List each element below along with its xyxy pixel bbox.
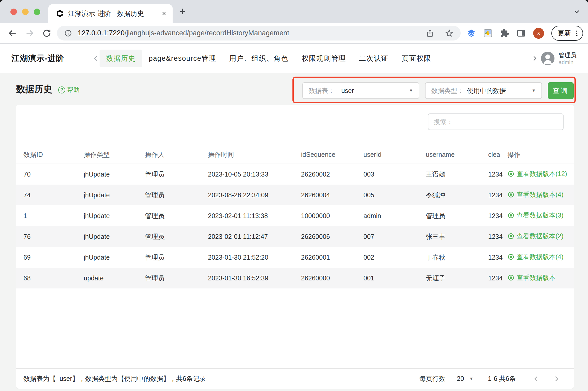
minimize-window-button[interactable]	[22, 9, 29, 15]
table-cell: 1234	[488, 254, 507, 261]
nav-item[interactable]: 页面权限	[395, 50, 438, 67]
table-cell: 王语嫣	[426, 170, 488, 179]
data-history-table: 数据ID操作类型操作人操作时间idSequenceuserIdusernamec…	[16, 145, 574, 288]
nav-slide-group: 数据历史page&resource管理用户、组织、角色权限规则管理二次认证页面权…	[92, 50, 538, 67]
maximize-window-button[interactable]	[34, 9, 40, 15]
view-data-version-link[interactable]: 查看数据版本(4)	[507, 190, 564, 199]
table-cell: 管理员	[145, 274, 208, 282]
tab-search-chevron-icon[interactable]	[573, 8, 581, 16]
extensions-puzzle-icon[interactable]	[500, 29, 509, 38]
view-data-version-label: 查看数据版本(3)	[517, 211, 564, 220]
view-data-version-link[interactable]: 查看数据版本	[507, 273, 556, 282]
forward-button[interactable]	[25, 29, 34, 38]
nav-item[interactable]: page&resource管理	[142, 50, 223, 67]
table-cell: 1234	[488, 191, 507, 199]
table-cell: 1234	[488, 233, 507, 240]
table-row: 68update管理员2023-01-30 16:52:392626000000…	[16, 268, 574, 288]
action-cell: 查看数据版本(4)	[507, 190, 574, 200]
column-header: 操作时间	[208, 150, 301, 159]
table-cell: 26260000	[301, 274, 363, 282]
kebab-menu-icon[interactable]	[573, 30, 580, 37]
previous-page-icon[interactable]	[532, 375, 540, 383]
action-cell: 查看数据版本(2)	[507, 232, 574, 241]
table-cell: 管理员	[145, 191, 208, 199]
user-avatar-icon	[541, 52, 554, 65]
table-cell: 002	[363, 254, 426, 261]
table-cell: 2023-01-30 21:52:20	[208, 254, 301, 261]
close-window-button[interactable]	[10, 9, 17, 15]
search-input[interactable]	[428, 113, 564, 130]
table-cell: 68	[23, 274, 84, 282]
table-header-row: 数据ID操作类型操作人操作时间idSequenceuserIdusernamec…	[16, 145, 574, 164]
table-cell: 1234	[488, 171, 507, 178]
tab-close-icon[interactable]	[161, 10, 167, 17]
view-data-version-link[interactable]: 查看数据版本(2)	[507, 232, 564, 240]
view-data-version-link[interactable]: 查看数据版本(4)	[507, 253, 564, 261]
query-button[interactable]: 查询	[548, 82, 574, 99]
view-data-version-link[interactable]: 查看数据版本(12)	[507, 170, 567, 178]
nav-next-chevron-icon[interactable]	[531, 55, 538, 62]
nav-item[interactable]: 二次认证	[352, 50, 395, 67]
view-data-version-link[interactable]: 查看数据版本(3)	[507, 211, 564, 220]
filter-annotation-box: 数据表： _user ▼ 数据类型： 使用中的数据 ▼ 查询	[292, 77, 576, 103]
table-cell: 管理员	[145, 253, 208, 262]
browser-tab[interactable]: 江湖演示-进阶 - 数据历史	[48, 4, 173, 23]
user-id: admin	[559, 59, 577, 66]
layers-extension-icon[interactable]	[467, 29, 476, 38]
next-page-icon[interactable]	[553, 375, 560, 383]
page-title: 数据历史	[16, 83, 53, 95]
rows-per-page-caret-icon[interactable]: ▼	[469, 376, 473, 381]
share-icon[interactable]	[426, 29, 434, 37]
side-panel-icon[interactable]	[517, 29, 526, 38]
chrome-update-button[interactable]: 更新	[551, 26, 583, 41]
table-cell: 74	[23, 191, 84, 199]
table-cell: 张三丰	[426, 232, 488, 241]
new-tab-button[interactable]	[178, 7, 187, 16]
nav-item[interactable]: 数据历史	[100, 50, 142, 67]
bookmark-star-icon[interactable]	[445, 29, 453, 37]
table-body: 70jhUpdate管理员2023-10-05 20:13:3326260002…	[16, 164, 574, 288]
view-data-version-label: 查看数据版本(4)	[517, 253, 564, 261]
site-info-icon[interactable]	[64, 29, 72, 37]
window-controls	[10, 9, 40, 15]
table-row: 1jhUpdate管理员2023-02-01 11:13:3810000000a…	[16, 205, 574, 226]
user-menu[interactable]: 管理员 admin	[541, 51, 577, 66]
nav-prev-chevron-icon[interactable]	[92, 55, 100, 62]
column-header: userId	[363, 151, 426, 158]
table-cell: 005	[363, 191, 426, 199]
table-cell: 26260001	[301, 254, 363, 261]
table-cell: 管理员	[145, 232, 208, 241]
reload-button[interactable]	[42, 29, 51, 38]
data-table-select-value: _user	[338, 87, 354, 95]
table-cell: 1234	[488, 212, 507, 220]
view-data-version-label: 查看数据版本(2)	[517, 232, 564, 240]
view-data-version-label: 查看数据版本(4)	[517, 190, 564, 199]
browser-toolbar: 127.0.0.1:7220/jianghujs-advanced/page/r…	[0, 23, 588, 44]
help-link[interactable]: ? 帮助	[58, 86, 80, 94]
url-text: 127.0.0.1:7220/jianghujs-advanced/page/r…	[78, 29, 289, 37]
dropdown-caret-icon: ▼	[409, 88, 413, 93]
column-header: 操作类型	[84, 150, 145, 159]
screenshot-extension-icon[interactable]	[483, 29, 493, 38]
browser-window: 江湖演示-进阶 - 数据历史 127.0.0.1:7220/jianghujs-…	[0, 0, 588, 391]
user-name: 管理员	[559, 51, 577, 59]
column-header: 操作人	[145, 150, 208, 159]
table-cell: jhUpdate	[84, 212, 145, 220]
data-table-select-label: 数据表：	[309, 86, 335, 95]
browser-profile-avatar[interactable]: x	[533, 28, 544, 39]
back-button[interactable]	[8, 29, 17, 38]
nav-item[interactable]: 权限规则管理	[295, 50, 352, 67]
app-title: 江湖演示-进阶	[11, 53, 64, 64]
table-cell: jhUpdate	[84, 191, 145, 199]
column-header: clea	[488, 151, 507, 158]
rows-per-page-value[interactable]: 20	[457, 375, 464, 382]
help-question-icon: ?	[58, 86, 65, 93]
data-type-select-label: 数据类型：	[431, 86, 464, 95]
data-type-select[interactable]: 数据类型： 使用中的数据 ▼	[425, 82, 542, 99]
dropdown-caret-icon: ▼	[532, 88, 536, 93]
table-cell: jhUpdate	[84, 171, 145, 178]
data-table-select[interactable]: 数据表： _user ▼	[302, 82, 419, 99]
view-data-version-label: 查看数据版本(12)	[517, 170, 567, 178]
nav-item[interactable]: 用户、组织、角色	[223, 50, 295, 67]
address-bar[interactable]: 127.0.0.1:7220/jianghujs-advanced/page/r…	[57, 26, 461, 41]
